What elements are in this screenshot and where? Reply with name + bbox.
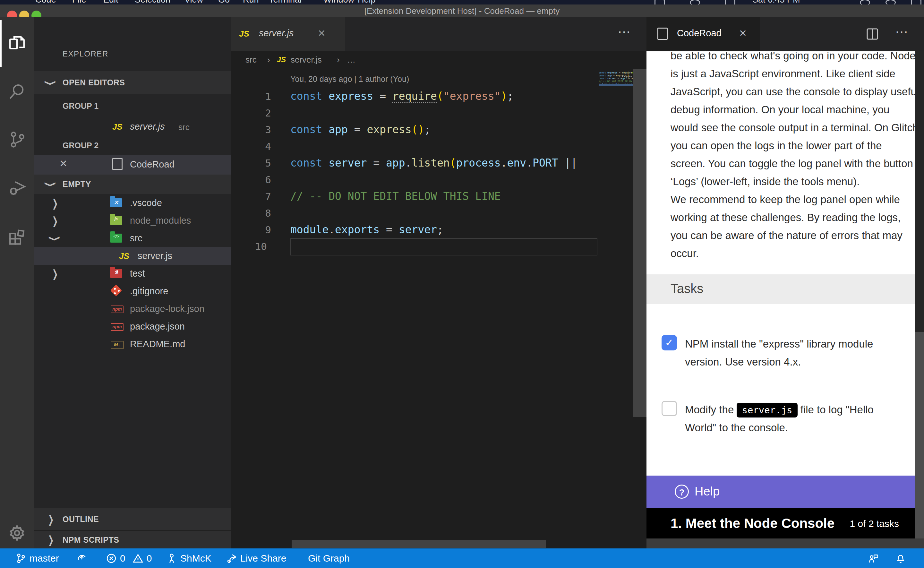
tutorial-text: is just a JavaScript environment. Like c… [671,65,905,83]
tree-item-gitignore[interactable]: .gitignore [34,282,231,300]
chevron-right-icon: › [337,55,340,65]
run-debug-icon[interactable] [8,178,26,197]
open-editor-coderoad[interactable]: ✕ CodeRoad [34,155,231,175]
settings-gear-icon[interactable] [8,524,26,542]
sync-icon[interactable] [76,548,87,568]
menu-terminal[interactable]: Terminal [269,0,301,5]
npm-scripts-section-header[interactable]: ❯ NPM SCRIPTS [34,530,231,548]
coderoad-tabbar: CodeRoad ✕ ⋯ [647,17,924,51]
workspace-section-header[interactable]: ❯ EMPTY [34,175,231,194]
tree-item-package-lock[interactable]: npm package-lock.json [34,300,231,318]
chevron-right-icon: ❯ [48,513,54,526]
menu-run[interactable]: Run [243,0,259,5]
src-folder-icon: </> [110,232,123,243]
js-file-icon: JS [277,56,286,64]
js-file-icon: JS [112,122,122,132]
tree-item-vscode[interactable]: ❯ ⨯ .vscode [34,194,231,212]
help-label: Help [695,485,720,499]
chevron-down-icon: ❯ [45,80,57,86]
git-branch-item[interactable]: master [15,548,59,568]
task2-text: Modify the server.js file to log "Hello [685,401,915,419]
sidebar-title: EXPLORER [63,50,109,58]
activity-bar [0,17,34,548]
tutorial-text: screen. You can toggle the log panel wit… [671,155,905,173]
close-icon[interactable]: ✕ [59,158,67,169]
tree-item-serverjs[interactable]: JS server.js [34,247,231,265]
task1-text: NPM install the "express" library module [685,335,915,353]
menu-go[interactable]: Go [218,0,230,5]
tab-serverjs[interactable]: JS server.js ✕ [231,17,345,51]
editor-vertical-scrollbar[interactable] [633,69,647,417]
search-icon[interactable] [8,82,26,101]
tutorial-text: would see the console output in a termin… [671,119,905,137]
menubar-status-icon [654,0,665,5]
help-bar[interactable]: ? Help [647,476,915,508]
open-editor-serverjs[interactable]: JS server.js src [34,118,231,135]
lesson-bar[interactable]: 1. Meet the Node Console 1 of 2 tasks [647,508,915,538]
file-icon [656,27,669,39]
git-graph-item[interactable]: Git Graph [308,548,350,568]
npm-icon: npm [110,303,123,314]
tutorial-text: be able to check what's going on in your… [671,51,905,65]
menu-selection[interactable]: Selection [135,0,170,5]
tree-item-node-modules[interactable]: ❯ js node_modules [34,211,231,230]
window-title: [Extension Development Host] - CodeRoad … [0,5,924,17]
menu-code[interactable]: Code [35,0,56,5]
lesson-progress: 1 of 2 tasks [850,518,899,529]
coderoad-webview: be able to check what's going on in your… [647,51,915,538]
menu-view[interactable]: View [184,0,203,5]
task2-checkbox[interactable] [662,401,677,416]
split-editor-icon[interactable] [865,26,880,43]
outline-section-header[interactable]: ❯ OUTLINE [34,508,231,530]
panel-footer-strip [647,538,924,548]
explorer-icon[interactable] [8,34,26,53]
tree-item-package-json[interactable]: npm package.json [34,317,231,335]
titlebar: [Extension Development Host] - CodeRoad … [0,5,924,18]
active-view-indicator [0,20,2,67]
close-icon[interactable]: ✕ [739,27,747,39]
menu-edit[interactable]: Edit [103,0,118,5]
chevron-right-icon: ❯ [52,215,58,228]
feedback-icon[interactable] [868,548,879,568]
editor-group2-label: GROUP 2 [63,141,98,150]
extensions-icon[interactable] [8,227,26,245]
tab-coderoad[interactable]: CodeRoad ✕ [647,17,760,51]
explorer-sidebar: EXPLORER ❯ OPEN EDITORS GROUP 1 JS serve… [34,17,231,548]
more-actions-icon[interactable]: ⋯ [895,24,908,39]
chevron-right-icon: ❯ [52,197,58,210]
minimap-current-line [599,84,633,86]
breadcrumb[interactable]: src › JS server.js › … [231,51,647,69]
minimap[interactable]: const express = require("express"); cons… [599,69,633,91]
errors-item[interactable]: 0 0 [106,548,152,568]
close-icon[interactable]: ✕ [318,27,326,39]
open-editors-header[interactable]: ❯ OPEN EDITORS [34,71,231,94]
chevron-right-icon: › [267,55,270,65]
webview-scrollbar-thumb[interactable] [915,332,924,538]
tree-item-readme[interactable]: M↓ README.md [34,335,231,353]
webview-scrollbar[interactable] [915,51,924,538]
siri-icon[interactable] [885,0,896,5]
spotlight-icon[interactable] [860,0,870,5]
notifications-bell-icon[interactable] [895,548,906,568]
lesson-title: 1. Meet the Node Console [671,516,835,531]
git-icon [111,285,124,296]
status-bar: master 0 0 ShMcK [0,548,924,568]
user-item[interactable]: ShMcK [166,548,211,568]
tree-item-test[interactable]: ❯ ⚗ test [34,264,231,282]
menu-file[interactable]: File [72,0,86,5]
menu-help[interactable]: Help [358,0,376,5]
source-control-icon[interactable] [8,130,26,149]
tutorial-text: you can be aware of the nature of errors… [671,227,905,245]
task1-checkbox[interactable]: ✓ [662,335,677,350]
menu-window[interactable]: Window [323,0,354,5]
control-center-icon[interactable] [911,0,921,5]
chevron-down-icon: ❯ [45,181,57,187]
more-actions-icon[interactable]: ⋯ [618,24,630,39]
editor-horizontal-scrollbar[interactable] [292,540,546,548]
live-share-item[interactable]: Live Share [226,548,286,568]
codelens-annotation[interactable]: You, 20 days ago | 1 author (You) [290,74,409,84]
tutorial-text: JavaScript, you can use the console to d… [671,83,905,101]
tree-item-src[interactable]: ❯ </> src [34,229,231,247]
js-file-icon: JS [119,251,129,261]
chevron-right-icon: ❯ [52,267,58,281]
